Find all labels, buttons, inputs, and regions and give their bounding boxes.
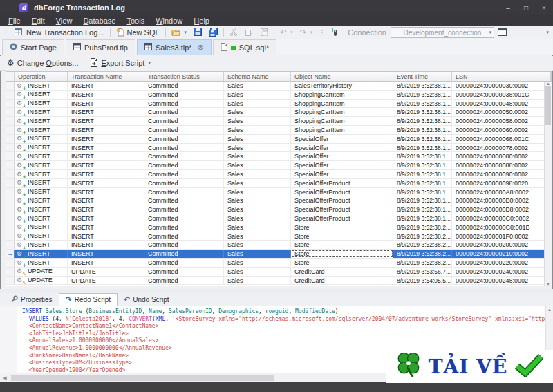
save-all-button[interactable]	[205, 27, 221, 39]
cell-object-name[interactable]: SpecialOffer	[291, 170, 393, 178]
cell-operation[interactable]: ⚙+INSERT	[15, 205, 68, 214]
cell-schema-name[interactable]: Sales	[224, 135, 291, 143]
cell-transaction-status[interactable]: Committed	[144, 100, 224, 108]
cell-object-name[interactable]: SalesTerritoryHistory	[291, 82, 393, 90]
new-sql-button[interactable]: New SQL	[113, 27, 163, 39]
cell-transaction-name[interactable]: INSERT	[68, 196, 144, 205]
cell-event-time[interactable]: 8/9/2019 3:52:38.1...	[393, 135, 452, 143]
cell-event-time[interactable]: 8/9/2019 3:53:56.7...	[393, 268, 452, 276]
cell-transaction-name[interactable]: INSERT	[68, 214, 144, 223]
cell-transaction-name[interactable]: INSERT	[68, 250, 144, 258]
cell-schema-name[interactable]: Sales	[224, 117, 291, 125]
cell-schema-name[interactable]: Sales	[224, 268, 291, 276]
cell-schema-name[interactable]: Sales	[224, 82, 291, 90]
connection-select[interactable]: Development_connection ▾	[391, 27, 494, 38]
cell-transaction-name[interactable]: UPDATE	[68, 277, 144, 285]
table-row[interactable]: ⚙+INSERTINSERTCommittedSalesShoppingCart…	[6, 100, 551, 109]
cell-object-name[interactable]: SpecialOffer	[291, 135, 393, 143]
cell-operation[interactable]: ⚙+INSERT	[15, 152, 68, 160]
cell-event-time[interactable]: 8/9/2019 3:52:38.1...	[393, 161, 452, 169]
cell-object-name[interactable]: ShoppingCartItem	[291, 126, 393, 134]
menu-item-tools[interactable]: Tools	[121, 15, 150, 26]
cell-lsn[interactable]: 00000024:00000058:0002	[452, 117, 551, 125]
toolbar-overflow-icon[interactable]: ▾	[546, 30, 549, 35]
column-header[interactable]: Operation	[15, 72, 68, 81]
cell-transaction-name[interactable]: INSERT	[68, 117, 144, 125]
cell-schema-name[interactable]: Sales	[224, 250, 291, 258]
cell-transaction-status[interactable]: Committed	[144, 214, 224, 223]
table-row[interactable]: ⚙+INSERTINSERTCommittedSalesSpecialOffer…	[6, 161, 551, 170]
scroll-up-icon[interactable]: ▲	[547, 308, 552, 312]
column-header[interactable]: Transaction Name	[68, 72, 144, 81]
cell-schema-name[interactable]: Sales	[224, 241, 291, 249]
cell-operation[interactable]: ⚙+INSERT	[15, 135, 68, 143]
cell-event-time[interactable]: 8/9/2019 3:52:38.2...	[393, 250, 452, 258]
cell-object-name[interactable]: SpecialOfferProduct	[291, 214, 393, 223]
table-row[interactable]: ⚙+INSERTINSERTCommittedSalesSpecialOffer…	[6, 179, 551, 188]
cell-transaction-status[interactable]: Committed	[144, 82, 224, 90]
cell-lsn[interactable]: 00000024:00000050:0002	[452, 108, 551, 116]
cell-lsn[interactable]: 00000024:00000098:0020	[452, 179, 551, 187]
cell-schema-name[interactable]: Sales	[224, 91, 291, 99]
cell-lsn[interactable]: 00000024:000000B0:0002	[452, 196, 551, 205]
cell-object-name[interactable]: Store	[291, 223, 393, 232]
cell-lsn[interactable]: 00000024:000000B8:0002	[452, 205, 551, 214]
cell-transaction-status[interactable]: Committed	[144, 241, 224, 249]
scrollbar-thumb[interactable]	[11, 375, 274, 381]
cell-operation[interactable]: ⚙+INSERT	[15, 196, 68, 205]
open-caret-icon[interactable]: ▾	[185, 30, 187, 35]
cell-transaction-name[interactable]: UPDATE	[68, 268, 144, 276]
cell-lsn[interactable]: 00000024:000000C8:001B	[452, 223, 551, 232]
cell-transaction-name[interactable]: INSERT	[68, 91, 144, 99]
maximize-button[interactable]: □	[517, 0, 535, 15]
cell-object-name[interactable]: SpecialOffer	[291, 144, 393, 152]
cell-lsn[interactable]: 00000024:000001F0:0002	[452, 232, 551, 241]
cell-event-time[interactable]: 8/9/2019 3:52:38.1...	[393, 170, 452, 178]
table-row[interactable]: ⚙+INSERTINSERTCommittedSalesSpecialOffer…	[6, 144, 551, 153]
table-row[interactable]: ⚙+INSERTINSERTCommittedSalesSpecialOffer…	[6, 196, 551, 205]
cell-event-time[interactable]: 8/9/2019 3:52:38.1...	[393, 214, 452, 223]
menu-item-window[interactable]: Window	[150, 15, 188, 26]
scroll-left-icon[interactable]: ◀	[0, 375, 10, 381]
cell-object-name[interactable]: CreditCard	[291, 277, 393, 285]
column-header[interactable]: Object Name	[291, 72, 393, 81]
cell-lsn[interactable]: 00000024:00000210:0002	[452, 250, 551, 258]
cell-transaction-name[interactable]: INSERT	[68, 188, 144, 196]
new-transaction-log-button[interactable]: New Transaction Log...	[11, 27, 108, 39]
cell-transaction-name[interactable]: INSERT	[68, 259, 144, 267]
cell-object-name[interactable]: SpecialOffer	[291, 161, 393, 169]
save-button[interactable]	[190, 27, 205, 39]
cell-transaction-name[interactable]: INSERT	[68, 232, 144, 241]
cell-event-time[interactable]: 8/9/2019 3:52:38.2...	[393, 241, 452, 249]
redo-button[interactable]: ↷ ▾	[297, 27, 317, 39]
undo-caret-icon[interactable]: ▾	[290, 30, 293, 35]
cell-transaction-status[interactable]: Committed	[144, 135, 224, 143]
redo-caret-icon[interactable]: ▾	[310, 30, 313, 35]
copy-button[interactable]	[241, 27, 256, 39]
cell-object-name[interactable]: Store	[291, 250, 393, 258]
cell-transaction-name[interactable]: INSERT	[68, 179, 144, 187]
table-row[interactable]: ⚙+INSERTINSERTCommittedSalesSpecialOffer…	[6, 135, 551, 144]
cell-object-name[interactable]: ShoppingCartItem	[291, 108, 393, 116]
cell-operation[interactable]: ⚙+INSERT	[15, 214, 68, 223]
cell-operation[interactable]: ⚙+INSERT	[15, 144, 68, 152]
cell-schema-name[interactable]: Sales	[224, 144, 291, 152]
cell-lsn[interactable]: 00000024:00000048:0002	[452, 100, 551, 108]
cell-transaction-name[interactable]: INSERT	[68, 241, 144, 249]
column-header[interactable]: Transaction Status	[144, 72, 224, 81]
cell-transaction-name[interactable]: INSERT	[68, 152, 144, 160]
menu-item-file[interactable]: File	[3, 15, 26, 26]
cell-event-time[interactable]: 8/9/2019 3:52:38.1...	[393, 152, 452, 160]
cell-object-name[interactable]: Store	[291, 241, 393, 249]
cell-lsn[interactable]: 00000024:00000090:0002	[452, 170, 551, 178]
cell-schema-name[interactable]: Sales	[224, 179, 291, 187]
table-row[interactable]: ⚙+INSERTINSERTCommittedSalesStore8/9/201…	[6, 241, 551, 250]
new-connection-button[interactable]: +	[327, 27, 345, 39]
cell-transaction-name[interactable]: INSERT	[68, 170, 144, 178]
menu-item-view[interactable]: View	[50, 15, 78, 26]
cell-operation[interactable]: ⚙+INSERT	[15, 91, 68, 99]
table-row[interactable]: ⚙+INSERTINSERTCommittedSalesSpecialOffer…	[6, 214, 551, 223]
cell-schema-name[interactable]: Sales	[224, 188, 291, 196]
cell-object-name[interactable]: ShoppingCartItem	[291, 117, 393, 125]
cell-schema-name[interactable]: Sales	[224, 161, 291, 169]
